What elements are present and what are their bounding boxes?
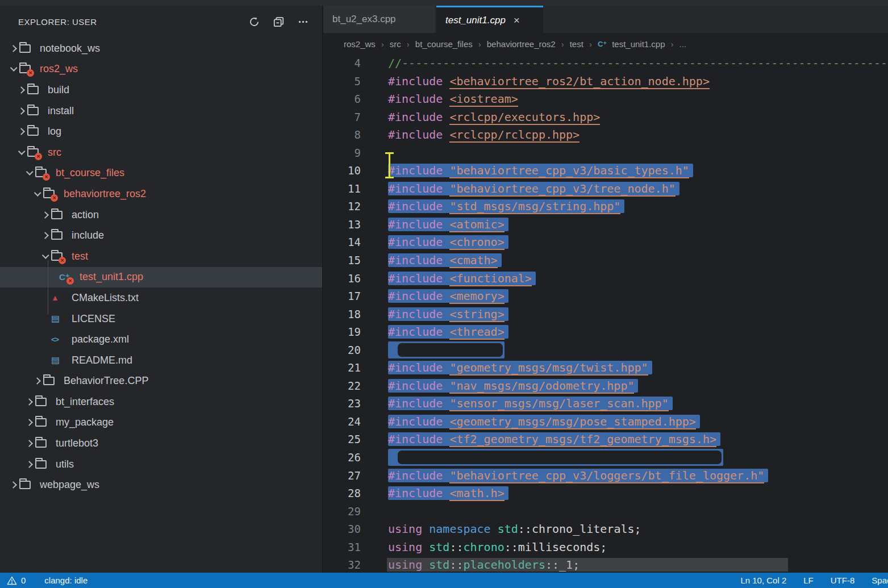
code-line: 10#include "behaviortree_cpp_v3/basic_ty… — [323, 162, 888, 180]
code-line: 7#include <rclcpp/executors.hpp> — [323, 109, 888, 127]
breadcrumb-item-ros2_ws[interactable]: ros2_ws — [344, 39, 376, 49]
breadcrumb-item-test[interactable]: test — [570, 39, 583, 49]
code-line: 21#include "geometry_msgs/msg/twist.hpp" — [323, 359, 888, 377]
code-line-text: #include "std_msgs/msg/string.hpp" — [388, 198, 624, 216]
editor[interactable]: ros2_ws›src›bt_course_files›behaviortree… — [323, 33, 888, 573]
chevron-right-icon[interactable] — [10, 481, 17, 489]
refresh-icon[interactable] — [249, 16, 260, 27]
code-line: 9 — [323, 144, 888, 162]
tree-item-my_package[interactable]: my_package — [0, 412, 322, 433]
code-line: 26 — [323, 449, 888, 467]
problems-count[interactable]: 0 — [21, 576, 26, 585]
tab-close-icon[interactable]: × — [514, 14, 520, 27]
chevron-right-icon[interactable] — [18, 128, 25, 135]
breadcrumb-item-src[interactable]: src — [390, 39, 401, 49]
tree-item-install[interactable]: install — [0, 101, 322, 122]
code-area[interactable]: 4//-------------------------------------… — [323, 55, 888, 573]
tree-item-ros2_ws[interactable]: ✕ros2_ws — [0, 59, 322, 80]
tree-item-bt_course_files[interactable]: ✕bt_course_files — [0, 163, 322, 184]
clangd-status[interactable]: clangd: idle — [44, 576, 87, 585]
book-file-icon: ▤ — [51, 314, 60, 323]
tree-item-behaviortree_ros2[interactable]: ✕behaviortree_ros2 — [0, 184, 322, 205]
tree-item-bt_interfaces[interactable]: bt_interfaces — [0, 391, 322, 412]
chevron-right-icon[interactable] — [26, 398, 33, 406]
vscode-window: EXPLORER: USER notebook_ws✕ros2_wsbuildi… — [0, 0, 888, 588]
tree-item-build[interactable]: build — [0, 80, 322, 101]
horizontal-scrollbar[interactable] — [387, 558, 788, 572]
tree-item-include[interactable]: include — [0, 225, 322, 246]
collapse-all-icon[interactable] — [273, 16, 284, 27]
tree-item-utils[interactable]: utils — [0, 454, 322, 475]
selection-highlight: #include "sensor_msgs/msg/laser_scan.hpp… — [388, 397, 673, 410]
cpp-icon: C⁺ — [598, 40, 607, 48]
tree-item-test[interactable]: ✕test — [0, 246, 322, 267]
tree-item-webpage_ws[interactable]: webpage_ws — [0, 474, 322, 495]
folder-icon — [35, 418, 47, 427]
selection-highlight: #include <atomic> — [388, 218, 508, 231]
cursor-position[interactable]: Ln 10, Col 2 — [740, 576, 786, 585]
chevron-down-icon[interactable] — [18, 148, 25, 155]
error-badge: ✕ — [66, 277, 74, 285]
chevron-right-icon[interactable] — [41, 211, 49, 219]
more-actions-icon[interactable] — [298, 16, 308, 27]
code-line: 23#include "sensor_msgs/msg/laser_scan.h… — [323, 395, 888, 413]
chevron-down-icon[interactable] — [41, 252, 49, 259]
tree-item-test_unit1.cpp[interactable]: C⁺✕test_unit1.cpp — [0, 267, 322, 288]
code-line-text: #include <chrono> — [388, 233, 508, 252]
tab-bt_u2_ex3.cpp[interactable]: bt_u2_ex3.cpp — [323, 6, 435, 33]
tree-item-turtlebot3[interactable]: turtlebot3 — [0, 433, 322, 454]
tree-item-CMakeLists.txt[interactable]: ▲CMakeLists.txt — [0, 287, 322, 308]
tree-item-notebook_ws[interactable]: notebook_ws — [0, 38, 322, 59]
eol-indicator[interactable]: LF — [803, 576, 814, 585]
code-line: 15#include <cmath> — [323, 252, 888, 270]
chevron-right-icon[interactable] — [18, 86, 25, 94]
breadcrumb-item-...[interactable]: ... — [679, 39, 687, 49]
chevron-right-icon[interactable] — [26, 419, 33, 427]
chevron-right-icon[interactable] — [26, 440, 33, 447]
tree-item-log[interactable]: log — [0, 121, 322, 142]
gutter-line-number: 28 — [323, 485, 361, 503]
code-line: 22#include "nav_msgs/msg/odometry.hpp" — [323, 377, 888, 395]
breadcrumb-separator: › — [478, 39, 482, 49]
breadcrumb-separator: › — [589, 39, 593, 49]
folder-icon — [35, 460, 47, 469]
warning-icon[interactable] — [7, 576, 17, 585]
tree-item-label: behaviortree_ros2 — [64, 188, 146, 200]
tree-item-LICENSE[interactable]: ▤LICENSE — [0, 308, 322, 330]
gutter-line-number: 9 — [323, 144, 361, 162]
chevron-right-icon[interactable] — [10, 45, 17, 52]
gutter-line-number: 8 — [323, 126, 361, 144]
tree-item-src[interactable]: ✕src — [0, 142, 322, 163]
chevron-right-icon[interactable] — [18, 107, 25, 115]
tree-item-package.xml[interactable]: <>package.xml — [0, 329, 322, 350]
gutter-line-number: 11 — [323, 180, 361, 198]
encoding-indicator[interactable]: UTF-8 — [831, 576, 855, 585]
file-tree: notebook_ws✕ros2_wsbuildinstalllog✕src✕b… — [0, 38, 322, 573]
code-line: 11#include "behaviortree_cpp_v3/tree_nod… — [323, 180, 888, 198]
breadcrumb-item-behaviortree_ros2[interactable]: behaviortree_ros2 — [487, 39, 556, 49]
chevron-down-icon[interactable] — [26, 168, 33, 176]
gutter-line-number: 10 — [323, 162, 361, 180]
tree-item-README.md[interactable]: ▤README.md — [0, 350, 322, 371]
code-line-text: #include "geometry_msgs/msg/twist.hpp" — [388, 359, 652, 377]
explorer-sidebar: EXPLORER: USER notebook_ws✕ros2_wsbuildi… — [0, 6, 323, 573]
chevron-down-icon[interactable] — [34, 189, 41, 197]
gutter-line-number: 20 — [323, 341, 361, 360]
code-line-text: using namespace std::chrono_literals; — [388, 520, 641, 539]
chevron-right-icon[interactable] — [34, 377, 41, 385]
code-line: 14#include <chrono> — [323, 233, 888, 252]
chevron-right-icon[interactable] — [41, 232, 49, 239]
breadcrumb-item-test_unit1.cpp[interactable]: test_unit1.cpp — [612, 39, 665, 49]
indent-indicator[interactable]: Spaces: 4 — [872, 576, 888, 585]
gutter-line-number: 25 — [323, 431, 361, 449]
chevron-right-icon[interactable] — [26, 461, 33, 468]
gutter-line-number: 12 — [323, 198, 361, 216]
tree-item-BehaviorTree.CPP[interactable]: BehaviorTree.CPP — [0, 371, 322, 392]
tree-item-action[interactable]: action — [0, 205, 322, 226]
tab-test_unit1.cpp[interactable]: test_unit1.cpp× — [436, 6, 543, 33]
gutter-line-number: 21 — [323, 359, 361, 377]
chevron-down-icon[interactable] — [10, 64, 17, 72]
breadcrumb-item-bt_course_files[interactable]: bt_course_files — [415, 39, 473, 49]
breadcrumb-separator: › — [561, 39, 565, 49]
code-line-text: #include <behaviortree_ros2/bt_action_no… — [388, 73, 710, 91]
